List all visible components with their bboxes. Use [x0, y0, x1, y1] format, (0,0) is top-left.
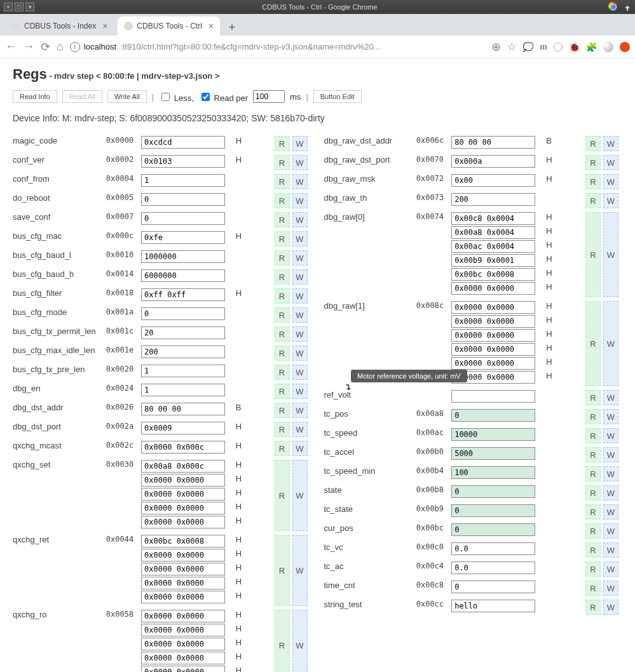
write-button[interactable]: W: [292, 326, 308, 342]
read-per-value-input[interactable]: [253, 90, 285, 103]
reg-value-input[interactable]: [141, 365, 225, 377]
bookmark-star-icon[interactable]: ☆: [507, 41, 516, 53]
read-button[interactable]: R: [585, 409, 601, 424]
write-button[interactable]: W: [292, 365, 308, 380]
write-button[interactable]: W: [292, 288, 308, 304]
reg-value-input[interactable]: [141, 422, 225, 434]
read-button[interactable]: R: [275, 288, 290, 304]
read-button[interactable]: R: [275, 307, 290, 323]
reg-value-input[interactable]: [141, 174, 225, 187]
reg-value-input[interactable]: [451, 409, 535, 422]
write-button[interactable]: W: [603, 447, 618, 462]
read-per-checkbox[interactable]: [201, 93, 210, 101]
read-button[interactable]: R: [275, 384, 290, 399]
reg-value-input[interactable]: [141, 193, 225, 206]
read-button[interactable]: R: [275, 136, 290, 151]
reg-value-input[interactable]: [141, 326, 225, 339]
write-button[interactable]: W: [292, 307, 308, 323]
reg-value-input[interactable]: [451, 254, 535, 267]
reg-value-input[interactable]: [141, 488, 225, 501]
write-button[interactable]: W: [603, 600, 618, 615]
reg-value-input[interactable]: [451, 447, 535, 460]
reg-value-input[interactable]: [141, 563, 225, 575]
reg-value-input[interactable]: [141, 155, 225, 168]
write-button[interactable]: W: [292, 610, 308, 672]
reg-value-input[interactable]: [451, 315, 535, 328]
write-button[interactable]: W: [603, 466, 618, 481]
write-button[interactable]: W: [292, 346, 308, 361]
reg-value-input[interactable]: [141, 441, 225, 454]
write-button[interactable]: W: [603, 561, 618, 577]
tab-close-icon[interactable]: ×: [102, 21, 107, 31]
reg-value-input[interactable]: [451, 542, 535, 555]
read-button[interactable]: R: [585, 447, 601, 462]
reg-value-input[interactable]: [141, 502, 225, 514]
zoom-icon[interactable]: ⊕: [491, 40, 501, 54]
less-checkbox[interactable]: [161, 93, 170, 101]
reg-value-input[interactable]: [451, 136, 535, 149]
write-button[interactable]: W: [603, 428, 618, 443]
reg-value-input[interactable]: [451, 561, 535, 574]
home-button[interactable]: ⌂: [57, 40, 64, 53]
reg-value-input[interactable]: [451, 174, 535, 187]
reg-value-input[interactable]: [451, 329, 535, 342]
write-button[interactable]: W: [603, 390, 618, 405]
window-min-icon[interactable]: ▾: [25, 3, 34, 11]
ext-icon[interactable]: 💭: [522, 42, 533, 52]
reg-value-input[interactable]: [451, 357, 535, 370]
read-button[interactable]: R: [275, 174, 290, 189]
reg-value-input[interactable]: [141, 535, 225, 548]
write-button[interactable]: W: [603, 193, 618, 208]
read-button[interactable]: R: [275, 441, 290, 456]
tab-close-icon[interactable]: ×: [208, 21, 214, 31]
read-per-checkbox-label[interactable]: Read per: [199, 91, 248, 103]
reg-value-input[interactable]: [451, 301, 535, 314]
write-button[interactable]: W: [292, 460, 308, 531]
read-button[interactable]: R: [585, 155, 601, 170]
reg-value-input[interactable]: [451, 581, 535, 593]
window-restore-icon[interactable]: □: [15, 3, 24, 11]
write-button[interactable]: W: [603, 136, 618, 151]
reg-value-input[interactable]: [141, 403, 225, 415]
write-button[interactable]: W: [292, 250, 308, 265]
reg-value-input[interactable]: [141, 136, 225, 149]
less-checkbox-label[interactable]: Less,: [159, 91, 194, 103]
reg-value-input[interactable]: [451, 485, 535, 498]
write-button[interactable]: W: [603, 409, 618, 424]
write-button[interactable]: W: [292, 535, 308, 606]
read-button[interactable]: R: [275, 231, 290, 246]
read-button[interactable]: R: [275, 403, 290, 418]
write-button[interactable]: W: [603, 212, 618, 297]
reg-value-input[interactable]: [451, 268, 535, 281]
read-button[interactable]: R: [585, 174, 601, 189]
write-button[interactable]: W: [603, 504, 618, 520]
read-button[interactable]: R: [275, 460, 290, 531]
tab-index[interactable]: CDBUS Tools - Index ×: [5, 17, 114, 36]
write-all-button[interactable]: Write All: [107, 90, 147, 103]
read-button[interactable]: R: [275, 250, 290, 265]
reg-value-input[interactable]: [141, 577, 225, 589]
ext-bug-icon[interactable]: 🐞: [569, 42, 580, 52]
read-button[interactable]: R: [585, 581, 601, 596]
reg-value-input[interactable]: [141, 231, 225, 244]
write-button[interactable]: W: [292, 269, 308, 285]
read-button[interactable]: R: [275, 535, 290, 606]
reg-value-input[interactable]: [141, 460, 225, 473]
reg-value-input[interactable]: [451, 240, 535, 253]
reg-value-input[interactable]: [451, 193, 535, 206]
reg-value-input[interactable]: [451, 523, 535, 536]
write-button[interactable]: W: [292, 136, 308, 151]
write-button[interactable]: W: [603, 542, 618, 558]
read-button[interactable]: R: [585, 542, 601, 558]
reg-value-input[interactable]: [451, 155, 535, 168]
reg-value-input[interactable]: [141, 638, 225, 650]
read-button[interactable]: R: [275, 155, 290, 170]
new-tab-button[interactable]: +: [224, 19, 240, 36]
write-button[interactable]: W: [603, 174, 618, 189]
reg-value-input[interactable]: [451, 212, 535, 225]
ext-red-icon[interactable]: [620, 42, 630, 52]
write-button[interactable]: W: [603, 523, 618, 539]
reg-value-input[interactable]: [141, 610, 225, 622]
button-edit-button[interactable]: Button Edit: [313, 90, 362, 103]
reg-value-input[interactable]: [141, 624, 225, 636]
